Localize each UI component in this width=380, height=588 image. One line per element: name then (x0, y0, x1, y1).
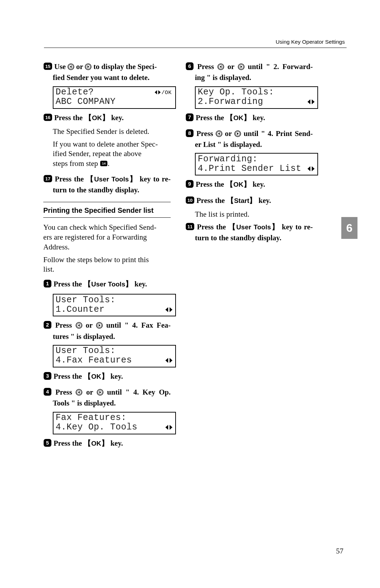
step-8-c: until " 4. Print Send- (241, 129, 313, 138)
lcd-key-op-tools: Fax Features: 4.Key Op. Tools (53, 412, 176, 434)
start-key: Start (234, 197, 249, 204)
lcd-lr-icon (165, 424, 173, 431)
step-11-c: turn to the standby display. (195, 233, 313, 243)
step-15-text-b: or (74, 62, 85, 71)
step-marker-8: 8 (185, 129, 194, 140)
svg-text:8: 8 (188, 130, 191, 136)
step-2-c: until " 4. Fax Fea- (103, 321, 171, 329)
step-marker-11: 11 (185, 222, 195, 233)
lcd-line: User Tools: (56, 295, 116, 305)
step-6-c: until " 2. Forward- (245, 62, 313, 71)
header-rule (44, 48, 347, 48)
lcd-lr-ok-icon (154, 89, 173, 95)
user-tools-key: User Tools (94, 175, 129, 183)
ok-key: OK (91, 440, 101, 447)
step-ref-14: 14 (100, 160, 108, 168)
step-4-a: Press (55, 388, 76, 396)
user-tools-key: User Tools (91, 280, 125, 288)
lcd-line: 4.Print Sender List (198, 164, 302, 174)
step-5-a: Press the 【 (53, 439, 91, 447)
step-marker-4: 4 (43, 388, 52, 398)
step-marker-15: 15 (43, 62, 52, 73)
lcd-line: ABC COMPANY (56, 97, 116, 107)
svg-text:17: 17 (45, 176, 50, 181)
svg-text:10: 10 (188, 197, 192, 203)
lcd-line: Fax Features: (56, 413, 127, 423)
svg-text:4: 4 (46, 389, 49, 395)
step-marker-10: 10 (185, 196, 195, 207)
lcd-line: 1.Counter (56, 305, 105, 315)
step-15-text-d: fied Sender you want to delete. (53, 73, 171, 82)
left-arrow-icon (217, 63, 224, 70)
lcd-line: 2.Forwarding (198, 97, 263, 107)
svg-text:6: 6 (188, 63, 191, 69)
lcd-lr-icon (165, 307, 173, 313)
lcd-line: 4.Key Op. Tools (56, 422, 138, 432)
svg-text:7: 7 (188, 114, 191, 120)
step-4-d: Tools " is displayed. (53, 398, 171, 408)
step-7-a: Press the 【 (196, 113, 233, 122)
svg-text:2: 2 (46, 322, 49, 328)
step-3-a: Press the 【 (53, 372, 91, 380)
step-2-b: or (82, 321, 96, 329)
ok-key: OK (233, 114, 243, 122)
step-17-a: Press the 【 (55, 175, 94, 183)
step-17-c: turn to the standby display. (53, 185, 171, 195)
step-10-a: Press the 【 (196, 196, 234, 205)
step-1-a: Press the 【 (53, 280, 91, 288)
step-1-b: 】 key. (125, 280, 147, 288)
svg-text:1: 1 (46, 280, 49, 286)
page-number: 57 (336, 547, 343, 556)
left-arrow-icon (76, 389, 82, 396)
svg-text:14: 14 (102, 161, 106, 165)
left-column: 15 Use or to display the Speci- fied Sen… (43, 61, 171, 452)
lcd-print-sender-list: Forwarding: 4.Print Sender List (195, 153, 318, 175)
left-arrow-icon (68, 63, 74, 70)
lcd-line: 4.Fax Features (56, 355, 132, 365)
chapter-tab: 6 (341, 217, 357, 239)
step-15-text-a: Use (54, 62, 68, 71)
svg-text:3: 3 (46, 373, 49, 379)
ok-key: OK (233, 181, 243, 188)
lcd-line: Delete? (56, 87, 94, 97)
left-arrow-icon (76, 322, 82, 329)
step-2-a: Press (55, 321, 75, 329)
step-16-a: Press the 【 (54, 113, 92, 122)
lcd-lr-icon (307, 99, 315, 105)
step-marker-1: 1 (43, 279, 52, 290)
step-4-b: or (82, 388, 96, 396)
step-8-b: or (222, 129, 234, 138)
svg-text:11: 11 (188, 224, 192, 229)
step-3-b: 】 key. (101, 372, 123, 380)
lcd-lr-icon (307, 166, 315, 172)
svg-text:9: 9 (188, 181, 191, 187)
step-6-a: Press (197, 62, 217, 71)
step-marker-16: 16 (43, 113, 52, 124)
lcd-line: User Tools: (56, 346, 116, 356)
step-11-a: Press the 【 (197, 223, 236, 231)
step-9-a: Press the 【 (196, 180, 233, 188)
lcd-fax-features: User Tools: 4.Fax Features (53, 345, 176, 367)
step-marker-17: 17 (43, 174, 52, 185)
step-8-a: Press (196, 129, 216, 138)
svg-text:15: 15 (45, 64, 50, 69)
step-9-b: 】 key. (243, 180, 265, 188)
step-16-b: 】 key. (102, 113, 124, 122)
lcd-lr-icon (165, 357, 173, 364)
step-marker-5: 5 (43, 439, 52, 450)
step-7-b: 】 key. (243, 113, 265, 122)
step-16-body2: If you want to delete another Spec- ifie… (53, 140, 171, 169)
step-10-body: The list is printed. (195, 210, 313, 219)
right-arrow-icon (97, 389, 103, 396)
step-17-b: 】 key to re- (129, 175, 171, 183)
lcd-user-tools-counter: User Tools: 1.Counter (53, 294, 176, 316)
step-2-d: tures " is displayed. (53, 332, 171, 341)
ok-key: OK (91, 373, 101, 380)
step-8-d: er List " is displayed. (195, 140, 313, 149)
running-header: Using Key Operator Settings (276, 39, 345, 45)
intro-1: You can check which Specified Send- ers … (43, 223, 171, 252)
step-marker-6: 6 (185, 62, 194, 73)
step-marker-9: 9 (185, 180, 194, 191)
right-arrow-icon (85, 63, 91, 70)
step-marker-7: 7 (185, 113, 194, 124)
